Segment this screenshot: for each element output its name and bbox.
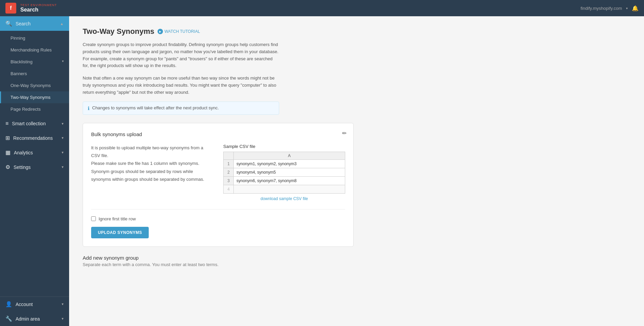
- csv-row-2-value: synonym4, synonym5: [234, 168, 345, 176]
- analytics-chevron-icon: ▾: [62, 150, 64, 155]
- ignore-first-row-label: Ignore first title row: [99, 216, 136, 221]
- sidebar-item-one-way-synonyms[interactable]: One-Way Synonyms: [0, 80, 69, 91]
- domain-label: findify.myshopify.com: [581, 6, 622, 11]
- sidebar-item-analytics[interactable]: ▦ Analytics ▾: [0, 145, 69, 160]
- sidebar-item-admin-area[interactable]: 🔧 Admin area ▾: [0, 311, 69, 326]
- csv-sample-table: A 1 synonym1, synonym2, synonym3 2 synon…: [223, 152, 345, 194]
- csv-row-1: 1 synonym1, synonym2, synonym3: [224, 159, 345, 168]
- blacklisting-chevron-icon: ▾: [62, 59, 64, 63]
- sidebar-item-two-way-synonyms[interactable]: Two-Way Synonyms: [0, 91, 69, 103]
- edit-icon[interactable]: ✏: [342, 130, 347, 136]
- download-csv-link[interactable]: download sample CSV file: [223, 196, 345, 201]
- recommendations-icon: ⊞: [5, 135, 10, 141]
- logo-icon: f: [5, 3, 16, 14]
- play-icon: ▶: [158, 29, 163, 34]
- environment-label: TEST ENVIRONMENT: [20, 3, 57, 7]
- account-chevron-icon: ▾: [62, 302, 64, 306]
- csv-row-2: 2 synonym4, synonym5: [224, 168, 345, 176]
- sidebar-search-label: Search: [16, 21, 30, 26]
- domain-chevron-icon[interactable]: ▾: [626, 6, 628, 10]
- info-box: ℹ Changes to synonyms will take effect a…: [83, 102, 279, 115]
- settings-chevron-icon: ▾: [62, 165, 64, 169]
- card-body-left: It is possible to upload multiple two-wa…: [91, 144, 210, 201]
- info-text: Changes to synonyms will take effect aft…: [92, 105, 219, 110]
- sidebar-item-settings[interactable]: ⚙ Settings ▾: [0, 160, 69, 174]
- app-title: Search: [20, 7, 57, 13]
- sidebar-item-account[interactable]: 👤 Account ▾: [0, 297, 69, 311]
- search-sub-items: Pinning Merchandising Rules Blacklisting…: [0, 31, 69, 116]
- main-layout: 🔍 Search ▲ Pinning Merchandising Rules B…: [0, 16, 644, 326]
- bulk-desc-1: It is possible to upload multiple two-wa…: [91, 144, 210, 160]
- sidebar-item-pinning[interactable]: Pinning: [0, 32, 69, 44]
- analytics-icon: ▦: [5, 149, 11, 156]
- description-1: Create synonym groups to improve product…: [83, 41, 279, 69]
- add-synonym-section: Add new synonym group Separate each term…: [83, 255, 630, 267]
- add-synonym-desc: Separate each term with a comma. You mus…: [83, 262, 630, 267]
- csv-row-1-num: 1: [224, 159, 234, 168]
- info-icon: ℹ: [88, 106, 89, 111]
- description-2: Note that often a one way synonym can be…: [83, 75, 279, 96]
- csv-row-3-value: synonym6, synonym7, synonym8: [234, 176, 345, 185]
- sidebar: 🔍 Search ▲ Pinning Merchandising Rules B…: [0, 16, 69, 326]
- sidebar-item-merchandising-rules[interactable]: Merchandising Rules: [0, 44, 69, 56]
- main-content: Two-Way Synonyms ▶ WATCH TUTORIAL Create…: [69, 16, 644, 326]
- csv-row-1-value: synonym1, synonym2, synonym3: [234, 159, 345, 168]
- sidebar-item-smart-collection[interactable]: ≡ Smart collection ▾: [0, 116, 69, 131]
- topbar-title-group: TEST ENVIRONMENT Search: [20, 3, 57, 13]
- account-icon: 👤: [5, 301, 12, 307]
- admin-icon: 🔧: [5, 316, 12, 322]
- watch-tutorial-label: WATCH TUTORIAL: [164, 29, 200, 34]
- admin-chevron-icon: ▾: [62, 317, 64, 321]
- csv-header-a: A: [234, 152, 345, 159]
- page-title: Two-Way Synonyms ▶ WATCH TUTORIAL: [83, 27, 630, 36]
- analytics-label: Analytics: [14, 150, 33, 155]
- csv-row-3: 3 synonym6, synonym7, synonym8: [224, 176, 345, 185]
- csv-row-3-num: 3: [224, 176, 234, 185]
- sidebar-item-recommendations[interactable]: ⊞ Recommendations ▾: [0, 131, 69, 145]
- watch-tutorial-link[interactable]: ▶ WATCH TUTORIAL: [158, 29, 200, 34]
- admin-label: Admin area: [16, 316, 40, 322]
- sample-csv-label: Sample CSV file: [223, 144, 345, 149]
- csv-header-empty: [224, 152, 234, 159]
- recommendations-chevron-icon: ▾: [62, 136, 64, 140]
- topbar-right: findify.myshopify.com ▾ 🔔: [581, 5, 639, 12]
- add-synonym-title: Add new synonym group: [83, 255, 630, 261]
- csv-row-4-value: [234, 185, 345, 193]
- topbar-left: f TEST ENVIRONMENT Search: [5, 3, 57, 14]
- bulk-upload-card: Bulk synonyms upload ✏ It is possible to…: [83, 123, 354, 247]
- csv-row-2-num: 2: [224, 168, 234, 176]
- bulk-desc-3: Synonym groups should be separated by ro…: [91, 168, 210, 183]
- upload-synonyms-button[interactable]: UPLOAD SYNONYMS: [91, 227, 149, 238]
- csv-row-4: 4: [224, 185, 345, 193]
- notifications-icon[interactable]: 🔔: [632, 5, 639, 12]
- search-chevron-icon: ▲: [60, 22, 64, 26]
- smart-collection-chevron-icon: ▾: [62, 122, 64, 126]
- bulk-upload-title: Bulk synonyms upload: [91, 131, 345, 137]
- sidebar-item-search[interactable]: 🔍 Search ▲: [0, 16, 69, 31]
- topbar: f TEST ENVIRONMENT Search findify.myshop…: [0, 0, 644, 16]
- csv-row-4-num: 4: [224, 185, 234, 193]
- settings-icon: ⚙: [5, 164, 10, 170]
- ignore-first-row-checkbox[interactable]: [91, 216, 96, 221]
- smart-collection-icon: ≡: [5, 121, 8, 127]
- sidebar-bottom: 👤 Account ▾ 🔧 Admin area ▾: [0, 297, 69, 326]
- card-footer: Ignore first title row UPLOAD SYNONYMS: [91, 209, 345, 238]
- bulk-desc-2: Please make sure the file has 1 column w…: [91, 159, 210, 167]
- settings-label: Settings: [14, 165, 31, 170]
- card-body: It is possible to upload multiple two-wa…: [91, 144, 345, 201]
- checkbox-row: Ignore first title row: [91, 216, 345, 221]
- sidebar-item-page-redirects[interactable]: Page Redirects: [0, 103, 69, 115]
- smart-collection-label: Smart collection: [12, 121, 46, 126]
- search-icon: 🔍: [5, 20, 12, 27]
- account-label: Account: [16, 302, 33, 307]
- sidebar-item-blacklisting[interactable]: Blacklisting ▾: [0, 56, 69, 68]
- sidebar-item-banners[interactable]: Banners: [0, 68, 69, 80]
- recommendations-label: Recommendations: [13, 135, 53, 141]
- card-body-right: Sample CSV file A 1 synonym1, synonym2,: [223, 144, 345, 201]
